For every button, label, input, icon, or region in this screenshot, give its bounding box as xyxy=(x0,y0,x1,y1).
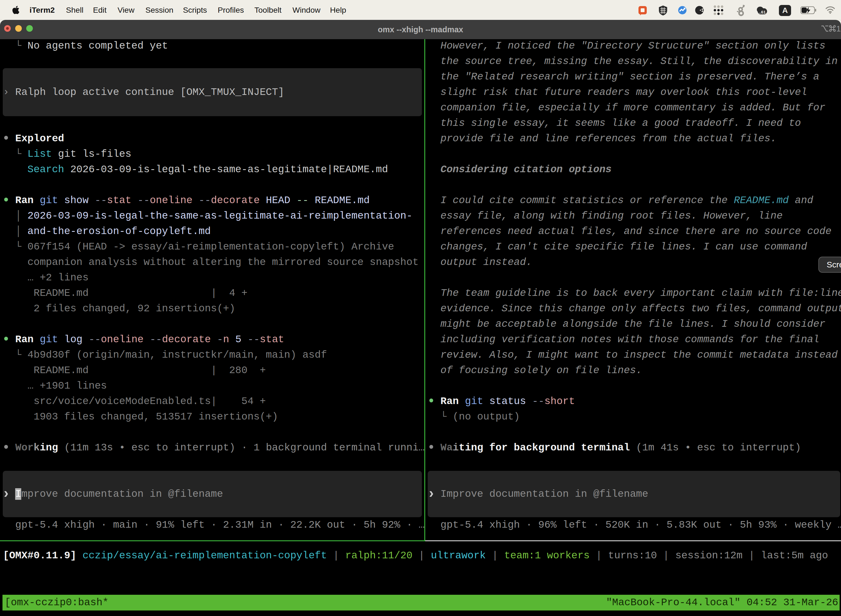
svg-text:1: 1 xyxy=(836,24,841,33)
svg-text:..61: ..61 xyxy=(759,10,766,14)
